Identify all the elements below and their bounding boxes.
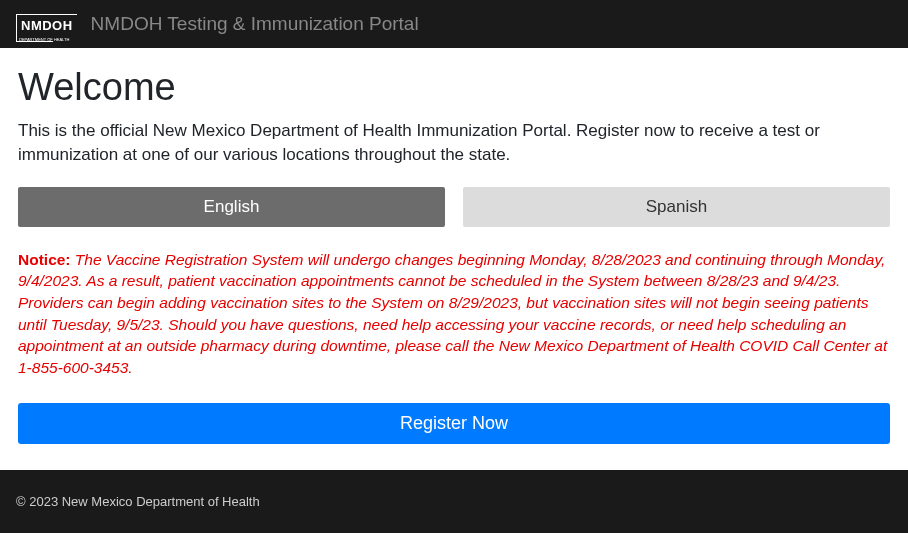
navbar-title: NMDOH Testing & Immunization Portal xyxy=(91,13,419,35)
footer: © 2023 New Mexico Department of Health xyxy=(0,470,908,533)
notice-text: Notice: The Vaccine Registration System … xyxy=(18,249,890,379)
page-title: Welcome xyxy=(18,66,890,109)
brand-logo-text: NMDOH xyxy=(21,18,73,33)
register-now-button[interactable]: Register Now xyxy=(18,403,890,444)
intro-text: This is the official New Mexico Departme… xyxy=(18,119,890,167)
language-selector: English Spanish xyxy=(18,187,890,227)
navbar: NMDOH DEPARTMENT OF HEALTH NMDOH Testing… xyxy=(0,0,908,48)
notice-label: Notice: xyxy=(18,251,71,268)
main-content: Welcome This is the official New Mexico … xyxy=(0,48,908,470)
language-english-button[interactable]: English xyxy=(18,187,445,227)
brand-logo-subtext: DEPARTMENT OF HEALTH xyxy=(19,37,69,42)
notice-body: The Vaccine Registration System will und… xyxy=(18,251,887,376)
brand-logo[interactable]: NMDOH DEPARTMENT OF HEALTH xyxy=(16,14,77,34)
footer-copyright: © 2023 New Mexico Department of Health xyxy=(16,494,260,509)
language-spanish-button[interactable]: Spanish xyxy=(463,187,890,227)
